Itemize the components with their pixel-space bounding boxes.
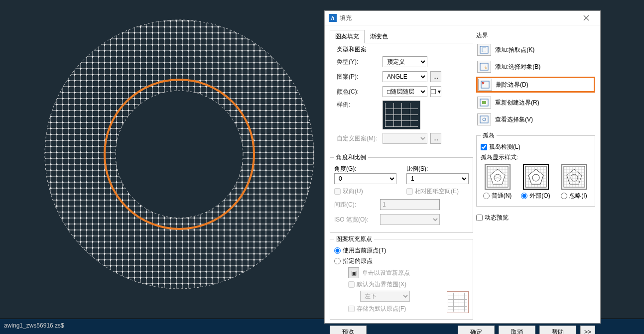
tab-pattern-fill[interactable]: 图案填充 xyxy=(330,30,365,43)
island-title: 孤岛 xyxy=(481,131,497,140)
island-ignore-radio[interactable] xyxy=(561,193,567,199)
angle-scale-group: 角度和比例 角度(G): 0 双向(U) 比例(S): 1 相对图纸空间(E) … xyxy=(330,153,473,233)
custom-pattern-browse-button: ... xyxy=(430,133,441,144)
select-object-icon xyxy=(477,61,491,73)
drawing-canvas[interactable] xyxy=(0,0,324,319)
svg-point-14 xyxy=(483,118,486,121)
island-detect-check[interactable] xyxy=(481,144,487,150)
angle-label: 角度(G): xyxy=(334,165,396,173)
specified-origin-radio[interactable] xyxy=(334,258,341,264)
iso-pen-select xyxy=(380,214,440,225)
pattern-label: 图案(P): xyxy=(337,73,380,81)
sample-label: 样例: xyxy=(337,101,380,109)
pattern-browse-button[interactable]: ... xyxy=(430,71,441,82)
svg-marker-19 xyxy=(528,169,543,184)
island-outer-pic[interactable] xyxy=(523,164,549,190)
island-display-label: 孤岛显示样式: xyxy=(481,153,591,162)
set-new-origin-button: ▣ xyxy=(348,267,359,278)
pattern-select[interactable]: ANGLE xyxy=(383,71,427,82)
recreate-boundary-button[interactable]: 重新创建边界(R) xyxy=(476,96,595,110)
svg-rect-8 xyxy=(480,46,488,53)
cancel-button[interactable]: 取消 xyxy=(499,326,535,334)
color-label: 颜色(C): xyxy=(337,88,380,96)
custom-pattern-label: 自定义图案(M): xyxy=(337,134,380,143)
close-button[interactable] xyxy=(576,11,596,25)
type-select[interactable]: 预定义 xyxy=(383,56,427,67)
type-label: 类型(Y): xyxy=(337,58,380,66)
pick-point-icon xyxy=(477,44,491,56)
island-normal-pic[interactable] xyxy=(485,164,511,190)
color-select[interactable]: □随层随层 xyxy=(383,86,427,97)
add-pick-point-button[interactable]: 添加:拾取点(K) xyxy=(476,43,595,57)
command-line-text: awing1_zws56916.zs$ xyxy=(4,322,64,329)
use-current-origin-radio[interactable] xyxy=(334,247,341,254)
custom-pattern-select xyxy=(383,133,427,144)
view-selection-icon xyxy=(477,113,491,125)
scale-select[interactable]: 1 xyxy=(406,173,469,184)
scale-label: 比例(S): xyxy=(406,165,469,173)
hatch-sample-preview[interactable] xyxy=(383,101,420,129)
iso-pen-label: ISO 笔宽(O): xyxy=(334,216,377,224)
dynamic-preview-check[interactable] xyxy=(476,215,483,221)
origin-title: 图案填充原点 xyxy=(334,235,374,243)
boundary-title: 边界 xyxy=(476,31,595,40)
type-pattern-title: 类型和图案 xyxy=(337,45,470,54)
svg-marker-16 xyxy=(490,169,505,184)
corner-select: 左下 xyxy=(360,291,410,302)
island-group: 孤岛 孤岛检测(L) 孤岛显示样式: 普通(N) 外部(O) 忽略(I) xyxy=(476,131,595,207)
store-default-check xyxy=(348,306,355,312)
recreate-icon xyxy=(477,97,491,109)
tab-bar: 图案填充 渐变色 xyxy=(330,29,473,43)
svg-rect-12 xyxy=(482,101,486,104)
delete-boundary-button[interactable]: 删除边界(D) xyxy=(476,77,595,93)
angle-scale-title: 角度和比例 xyxy=(334,153,368,162)
rel-paper-check xyxy=(406,188,413,195)
spacing-label: 间距(C): xyxy=(334,201,377,209)
svg-rect-4 xyxy=(0,0,324,319)
ok-button[interactable]: 确定 xyxy=(458,326,495,334)
origin-preview xyxy=(447,291,469,313)
delete-boundary-icon xyxy=(478,79,492,91)
tab-gradient[interactable]: 渐变色 xyxy=(365,30,393,43)
add-select-object-button[interactable]: 添加:选择对象(B) xyxy=(476,60,595,74)
svg-rect-13 xyxy=(480,116,488,123)
expand-button[interactable]: >> xyxy=(580,326,595,334)
titlebar[interactable]: h 填充 xyxy=(325,11,600,25)
color-swatch-button[interactable]: ▾ xyxy=(430,86,441,97)
svg-rect-9 xyxy=(480,63,488,70)
angle-select[interactable]: 0 xyxy=(334,173,396,184)
svg-marker-22 xyxy=(567,169,582,184)
island-ignore-pic[interactable] xyxy=(561,164,587,190)
origin-group: 图案填充原点 使用当前原点(T) 指定的原点 ▣ 单击以设置新原点 默认为边界范… xyxy=(330,235,473,320)
double-dir-check xyxy=(334,188,341,195)
default-range-check xyxy=(348,281,355,288)
dialog-title: 填充 xyxy=(340,14,576,22)
island-normal-radio[interactable] xyxy=(483,193,490,199)
help-button[interactable]: 帮助 xyxy=(539,326,576,334)
hatch-dialog: h 填充 图案填充 渐变色 类型和图案 类型(Y): 预定义 图案(P): AN… xyxy=(324,10,601,324)
app-icon: h xyxy=(329,14,337,22)
island-outer-radio[interactable] xyxy=(521,193,527,199)
view-selection-button[interactable]: 查看选择集(V) xyxy=(476,112,595,126)
preview-button[interactable]: 预览 xyxy=(330,326,367,334)
spacing-input xyxy=(380,199,440,210)
